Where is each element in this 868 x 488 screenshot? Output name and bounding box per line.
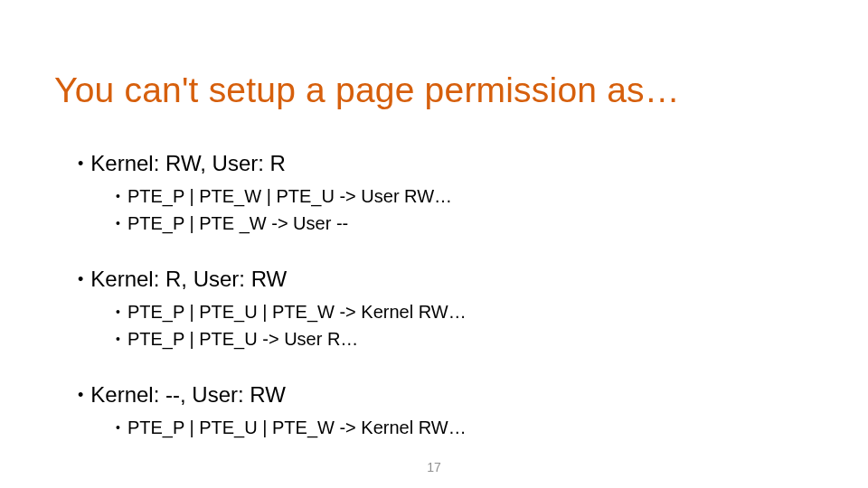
list-item: • Kernel: R, User: RW	[54, 266, 814, 293]
bullet-icon: •	[116, 300, 120, 324]
list-item: • PTE_P | PTE _W -> User --	[54, 211, 814, 235]
list-item: • PTE_P | PTE_U | PTE_W -> Kernel RW…	[54, 416, 814, 439]
bullet-text: PTE_P | PTE_U | PTE_W -> Kernel RW…	[127, 416, 467, 439]
bullet-text: PTE_P | PTE_W | PTE_U -> User RW…	[127, 184, 452, 208]
bullet-text: PTE_P | PTE_U -> User R…	[127, 327, 358, 351]
list-item: • PTE_P | PTE_U | PTE_W -> Kernel RW…	[54, 300, 814, 324]
bullet-text: PTE_P | PTE _W -> User --	[127, 211, 348, 235]
slide: You can't setup a page permission as… • …	[0, 0, 868, 488]
bullet-icon: •	[78, 150, 83, 177]
bullet-icon: •	[78, 381, 83, 408]
page-number: 17	[0, 460, 868, 474]
list-item: • Kernel: RW, User: R	[54, 150, 814, 177]
list-item: • PTE_P | PTE_U -> User R…	[54, 327, 814, 351]
bullet-text: Kernel: R, User: RW	[90, 266, 287, 293]
bullet-text: PTE_P | PTE_U | PTE_W -> Kernel RW…	[127, 300, 467, 324]
bullet-icon: •	[116, 211, 120, 235]
bullet-icon: •	[116, 416, 120, 439]
bullet-icon: •	[78, 266, 83, 293]
list-item: • PTE_P | PTE_W | PTE_U -> User RW…	[54, 184, 814, 208]
bullet-text: Kernel: RW, User: R	[90, 150, 286, 177]
bullet-icon: •	[116, 184, 120, 208]
slide-title: You can't setup a page permission as…	[54, 70, 814, 110]
bullet-text: Kernel: --, User: RW	[90, 381, 286, 408]
list-item: • Kernel: --, User: RW	[54, 381, 814, 408]
bullet-icon: •	[116, 327, 120, 351]
